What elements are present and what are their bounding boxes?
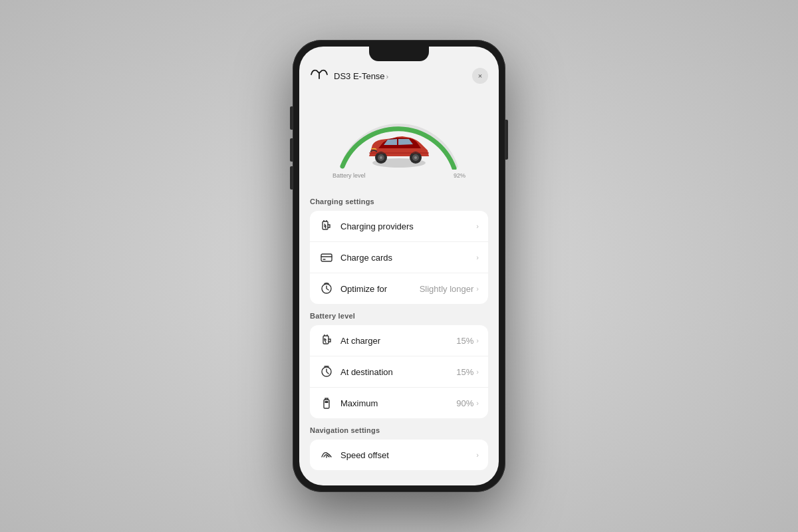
at-charger-item[interactable]: At charger 15% › bbox=[310, 325, 488, 356]
notch bbox=[369, 47, 429, 61]
at-destination-label: At destination bbox=[340, 367, 456, 377]
navigation-settings-card: Speed offset › bbox=[310, 440, 488, 470]
speed-offset-label: Speed offset bbox=[340, 450, 473, 460]
charging-providers-chevron: › bbox=[476, 222, 479, 230]
charge-card-icon bbox=[319, 250, 334, 265]
phone-frame: DS3 E-Tense › × bbox=[293, 40, 505, 492]
car-image bbox=[362, 126, 436, 170]
charging-providers-label: Charging providers bbox=[340, 221, 473, 231]
screen-content: DS3 E-Tense › × bbox=[299, 47, 499, 485]
speed-offset-icon bbox=[319, 448, 334, 462]
charge-cards-item[interactable]: Charge cards › bbox=[310, 242, 488, 273]
at-charger-chevron: › bbox=[476, 336, 479, 344]
optimize-for-value: Slightly longer bbox=[420, 284, 474, 294]
svg-point-6 bbox=[414, 156, 417, 159]
header-title: DS3 E-Tense bbox=[334, 71, 385, 81]
battery-level-label: Battery level bbox=[332, 172, 366, 179]
charging-providers-item[interactable]: Charging providers › bbox=[310, 211, 488, 242]
at-charger-value: 15% bbox=[456, 336, 473, 346]
maximum-item[interactable]: Maximum 90% › bbox=[310, 388, 488, 418]
optimize-icon bbox=[319, 281, 334, 296]
main-content: Charging settings bbox=[299, 179, 499, 485]
speed-offset-item[interactable]: Speed offset › bbox=[310, 440, 488, 470]
charge-cards-chevron: › bbox=[476, 253, 479, 261]
battery-labels: Battery level 92% bbox=[332, 172, 466, 179]
arc-container bbox=[332, 96, 466, 170]
charge-cards-label: Charge cards bbox=[340, 253, 473, 263]
at-destination-chevron: › bbox=[476, 368, 479, 376]
at-destination-item[interactable]: At destination 15% › bbox=[310, 356, 488, 388]
charging-settings-card: Charging providers › C bbox=[310, 211, 488, 304]
maximum-value: 90% bbox=[456, 398, 473, 408]
at-charger-label: At charger bbox=[340, 336, 456, 346]
svg-rect-13 bbox=[325, 401, 329, 403]
at-destination-value: 15% bbox=[456, 367, 473, 377]
header: DS3 E-Tense › × bbox=[299, 65, 499, 90]
maximum-icon bbox=[319, 396, 334, 410]
speed-offset-chevron: › bbox=[476, 451, 479, 459]
battery-arc-section: Battery level 92% bbox=[299, 90, 499, 179]
maximum-chevron: › bbox=[476, 399, 479, 407]
phone-screen: DS3 E-Tense › × bbox=[299, 47, 499, 485]
svg-rect-12 bbox=[324, 400, 329, 408]
svg-point-3 bbox=[380, 156, 382, 159]
at-destination-icon bbox=[319, 364, 334, 379]
battery-level-title: Battery level bbox=[310, 312, 488, 320]
svg-rect-8 bbox=[321, 254, 332, 261]
battery-level-card: At charger 15% › At des bbox=[310, 325, 488, 418]
optimize-for-label: Optimize for bbox=[340, 284, 420, 294]
charging-settings-title: Charging settings bbox=[310, 198, 488, 205]
navigation-settings-title: Navigation settings bbox=[310, 426, 488, 434]
at-charger-icon bbox=[319, 333, 334, 348]
optimize-for-chevron: › bbox=[476, 285, 479, 293]
header-chevron: › bbox=[386, 72, 389, 80]
maximum-label: Maximum bbox=[340, 398, 456, 408]
ds-logo bbox=[310, 68, 329, 84]
close-button[interactable]: × bbox=[472, 68, 488, 84]
charging-provider-icon bbox=[319, 219, 334, 233]
optimize-for-item[interactable]: Optimize for Slightly longer › bbox=[310, 273, 488, 304]
battery-percentage: 92% bbox=[454, 172, 466, 179]
